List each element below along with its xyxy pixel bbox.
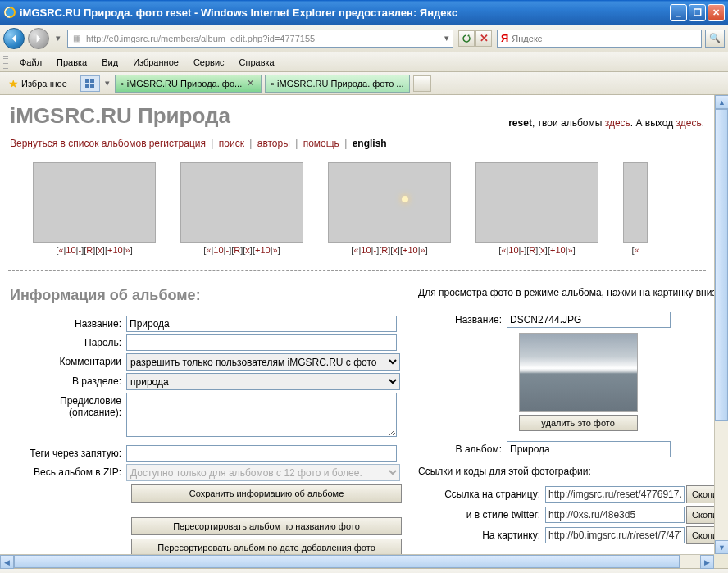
status-bar bbox=[0, 568, 728, 573]
quicktabs-dropdown[interactable]: ▾ bbox=[103, 78, 111, 89]
scroll-track[interactable] bbox=[715, 109, 728, 540]
label-password: Пароль: bbox=[10, 334, 126, 348]
menu-edit[interactable]: Правка bbox=[50, 55, 93, 70]
input-tags[interactable] bbox=[126, 445, 397, 462]
back-button[interactable] bbox=[3, 28, 25, 49]
scroll-up-button[interactable]: ▲ bbox=[715, 95, 728, 109]
search-box[interactable]: Я bbox=[497, 30, 702, 48]
intro-text: Для просмотра фото в режиме альбома, наж… bbox=[418, 287, 714, 298]
logout-link[interactable]: здесь bbox=[676, 117, 701, 129]
horizontal-scrollbar[interactable]: ◀ ▶ bbox=[0, 554, 714, 568]
photo-panel: Для просмотра фото в режиме альбома, наж… bbox=[418, 287, 714, 554]
window-title: iMGSRC.RU Природа. фото reset - Windows … bbox=[20, 7, 670, 19]
copy-link-image[interactable]: Скопиров bbox=[686, 526, 714, 544]
save-album-button[interactable]: Сохранить информацию об альбоме bbox=[131, 484, 402, 503]
back-to-albums-link[interactable]: Вернуться в список альбомов bbox=[10, 138, 147, 149]
input-link-page[interactable] bbox=[545, 486, 685, 503]
label-link-image: На картинку: bbox=[418, 530, 545, 541]
thumbnail-1: [«|10|-][R][x][+10|»] bbox=[33, 162, 156, 255]
yandex-icon: Я bbox=[501, 32, 508, 44]
input-album-name[interactable] bbox=[126, 316, 397, 332]
favorites-button[interactable]: ★ Избранное bbox=[3, 75, 72, 92]
tab-1-close[interactable]: ✕ bbox=[245, 78, 256, 89]
nav-registration[interactable]: регистрация bbox=[149, 138, 206, 149]
search-input[interactable] bbox=[512, 34, 698, 43]
tab-favicon-icon: ▫ bbox=[121, 79, 124, 89]
url-dropdown-icon[interactable]: ▾ bbox=[443, 33, 451, 43]
nav-authors[interactable]: авторы bbox=[257, 138, 290, 149]
label-section: В разделе: bbox=[10, 373, 126, 387]
label-tags: Теги через запятую: bbox=[10, 445, 126, 459]
hscroll-thumb[interactable] bbox=[14, 555, 680, 568]
minimize-button[interactable]: _ bbox=[670, 4, 687, 21]
copy-link-page[interactable]: Скопиров bbox=[686, 485, 714, 503]
hscroll-track[interactable] bbox=[14, 555, 700, 568]
tab-2[interactable]: ▫ iMGSRC.RU Природа. фото ... bbox=[265, 75, 409, 93]
resort-by-name-button[interactable]: Пересортировать альбом по названию фото bbox=[131, 517, 402, 535]
label-zip: Весь альбом в ZIP: bbox=[10, 464, 126, 478]
search-button[interactable]: 🔍 bbox=[705, 30, 725, 48]
thumbnail-2: [«|10|-][R][x][+10|»] bbox=[180, 162, 303, 255]
tab-1-label: iMGSRC.RU Природа. фо... bbox=[127, 79, 243, 89]
refresh-button[interactable] bbox=[458, 30, 475, 47]
textarea-preface[interactable] bbox=[126, 393, 397, 437]
quicktabs-button[interactable] bbox=[80, 75, 100, 92]
thumb-image-1[interactable] bbox=[33, 162, 156, 243]
scrollbar-corner bbox=[714, 554, 728, 568]
close-button[interactable]: ✕ bbox=[708, 4, 725, 21]
address-bar[interactable]: ▦ ▾ bbox=[67, 30, 453, 48]
thumbnail-5: [« bbox=[623, 162, 648, 255]
albums-link[interactable]: здесь bbox=[605, 117, 630, 129]
new-tab-button[interactable] bbox=[413, 75, 431, 92]
nav-search[interactable]: поиск bbox=[219, 138, 244, 149]
menu-help[interactable]: Справка bbox=[233, 55, 281, 70]
top-nav: регистрация | поиск | авторы | помощь | … bbox=[147, 138, 704, 149]
toolbar-grip[interactable] bbox=[3, 56, 8, 69]
album-section-title: Информация об альбоме: bbox=[10, 287, 402, 304]
label-photo-name: Название: bbox=[418, 312, 507, 325]
tabs-bar: ★ Избранное ▾ ▫ iMGSRC.RU Природа. фо...… bbox=[0, 72, 728, 95]
nav-english[interactable]: english bbox=[353, 138, 387, 149]
photo-preview[interactable] bbox=[519, 333, 638, 412]
thumbnail-4: [«|10|-][R][x][+10|»] bbox=[475, 162, 598, 255]
nav-toolbar: ▾ ▦ ▾ ✕ Я 🔍 bbox=[0, 25, 728, 52]
stop-button[interactable]: ✕ bbox=[475, 30, 492, 47]
menu-favorites[interactable]: Избранное bbox=[126, 55, 185, 70]
copy-link-twitter[interactable]: Скопиров bbox=[686, 506, 714, 524]
nav-help[interactable]: помощь bbox=[303, 138, 339, 149]
menu-tools[interactable]: Сервис bbox=[187, 55, 231, 70]
nav-history-dropdown[interactable]: ▾ bbox=[52, 33, 64, 43]
tab-1[interactable]: ▫ iMGSRC.RU Природа. фо... ✕ bbox=[115, 75, 262, 93]
menu-view[interactable]: Вид bbox=[95, 55, 125, 70]
label-name: Название: bbox=[10, 316, 126, 330]
resort-by-date-button[interactable]: Пересортировать альбом по дате добавлени… bbox=[131, 539, 402, 554]
thumb-caption: [«|10|-][R][x][+10|»] bbox=[33, 245, 156, 255]
scroll-down-button[interactable]: ▼ bbox=[715, 540, 728, 554]
links-title: Ссылки и коды для этой фотографии: bbox=[418, 466, 714, 477]
vertical-scrollbar[interactable]: ▲ ▼ bbox=[714, 95, 728, 554]
star-icon: ★ bbox=[8, 77, 19, 90]
thumb-image-3[interactable] bbox=[328, 162, 451, 243]
select-section[interactable]: природа bbox=[126, 373, 400, 390]
scroll-thumb[interactable] bbox=[715, 109, 728, 421]
input-link-image[interactable] bbox=[545, 527, 685, 543]
input-link-twitter[interactable] bbox=[545, 507, 685, 523]
thumb-image-2[interactable] bbox=[180, 162, 303, 243]
menu-file[interactable]: Файл bbox=[13, 55, 48, 70]
select-zip: Доступно только для альбомов с 12 фото и… bbox=[126, 464, 400, 481]
input-photo-name[interactable] bbox=[507, 312, 671, 328]
scroll-left-button[interactable]: ◀ bbox=[0, 555, 14, 569]
scroll-right-button[interactable]: ▶ bbox=[700, 555, 714, 569]
url-input[interactable] bbox=[83, 34, 443, 43]
menu-bar: Файл Правка Вид Избранное Сервис Справка bbox=[0, 52, 728, 72]
input-album-password[interactable] bbox=[126, 334, 397, 351]
label-comments: Комментарии bbox=[10, 353, 126, 367]
maximize-button[interactable]: ❐ bbox=[689, 4, 706, 21]
delete-photo-button[interactable]: удалить это фото bbox=[519, 415, 638, 431]
select-comments[interactable]: разрешить только пользователям iMGSRC.RU… bbox=[126, 353, 400, 371]
forward-button[interactable] bbox=[28, 28, 49, 49]
label-link-page: Ссылка на страницу: bbox=[418, 489, 545, 500]
input-in-album[interactable] bbox=[507, 441, 671, 457]
thumb-image-4[interactable] bbox=[475, 162, 598, 243]
thumb-image-5[interactable] bbox=[623, 162, 648, 243]
